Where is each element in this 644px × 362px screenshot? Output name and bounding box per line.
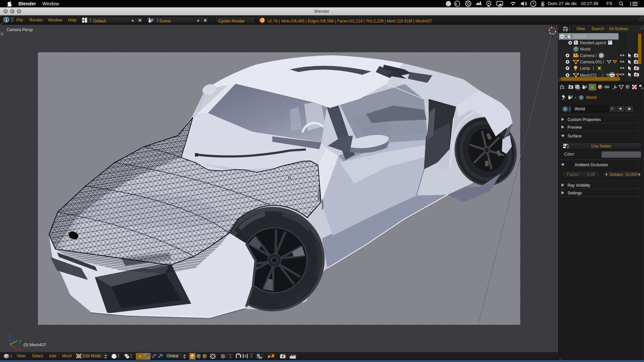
svg-text:World: World — [580, 47, 590, 52]
svg-text:y: y — [19, 338, 21, 343]
svg-text:Lamp: Lamp — [580, 66, 590, 71]
svg-text:x: x — [18, 347, 20, 351]
svg-text:Camera.001: Camera.001 — [580, 60, 602, 64]
svg-text:World: World — [586, 95, 596, 100]
svg-text:Scene: Scene — [575, 34, 586, 39]
svg-text:Camera: Camera — [580, 53, 594, 58]
svg-text:z: z — [9, 333, 11, 338]
svg-text:RenderLayers: RenderLayers — [580, 41, 605, 45]
